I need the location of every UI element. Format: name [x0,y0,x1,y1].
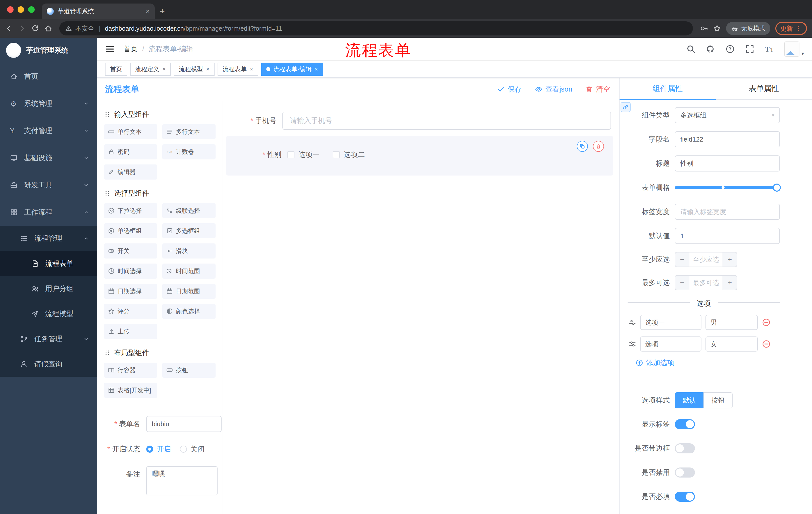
palette-item-rate[interactable]: 评分 [104,304,157,319]
checkbox-icon[interactable] [287,151,294,158]
save-button[interactable]: 保存 [497,84,522,94]
palette-item-multi-text[interactable]: 多行文本 [162,124,215,139]
increase-button[interactable]: + [723,252,737,267]
browser-menu-icon[interactable]: ⋮ [795,24,802,33]
drag-handle-icon[interactable] [629,319,636,326]
home-nav-icon[interactable] [44,24,52,32]
toggle-switch-disabled[interactable] [675,467,695,478]
style-default-button[interactable]: 默认 [675,392,703,408]
maximize-window-button[interactable] [28,6,35,13]
sidebar-item-system-mgmt[interactable]: ⚙系统管理 [0,90,97,117]
checkbox-icon[interactable] [332,151,340,158]
option-label-input[interactable] [640,315,701,330]
palette-item-cascader[interactable]: 级联选择 [162,203,215,218]
style-button-button[interactable]: 按钮 [703,392,733,408]
sidebar-item-home[interactable]: 首页 [0,63,97,90]
field-name-input[interactable] [675,131,780,147]
radio-icon[interactable] [180,445,187,453]
sidebar-item-process-form[interactable]: 流程表单 [0,251,97,276]
toggle-switch-border[interactable] [675,443,695,453]
bookmark-star-icon[interactable] [713,24,721,32]
font-size-icon[interactable]: TT [765,45,774,54]
copy-widget-button[interactable] [577,141,588,152]
form-grid-slider[interactable] [675,180,780,196]
tag-process-model[interactable]: 流程模型× [174,63,214,76]
delete-widget-button[interactable] [593,141,604,152]
window-controls[interactable] [0,6,42,13]
form-name-input[interactable] [146,416,222,432]
option-value-input[interactable] [705,336,758,352]
breadcrumb-home[interactable]: 首页 [124,44,138,54]
palette-item-time-picker[interactable]: 时间选择 [104,264,157,279]
palette-item-checkbox-group[interactable]: 多选框组 [162,223,215,238]
drag-handle-icon[interactable] [629,340,636,348]
radio-icon[interactable] [146,445,153,453]
label-width-input[interactable] [675,204,780,220]
new-tab-button[interactable]: + [160,6,165,16]
form-canvas[interactable]: 手机号 请输入手机号 性别 选项一 [223,101,619,514]
browser-update-button[interactable]: 更新 ⋮ [775,22,807,35]
tag-home[interactable]: 首页 [105,63,127,76]
palette-item-slider[interactable]: 滑块 [162,243,215,259]
option-label-input[interactable] [640,336,701,352]
sidebar-item-payment-mgmt[interactable]: ¥支付管理 [0,117,97,144]
palette-item-date-range[interactable]: 日期范围 [162,283,215,299]
palette-item-select[interactable]: 下拉选择 [104,203,157,218]
decrease-button[interactable]: − [675,252,689,267]
palette-item-counter[interactable]: 123计数器 [162,144,215,159]
reload-icon[interactable] [31,24,39,32]
palette-item-row-container[interactable]: 行容器 [104,362,157,378]
status-on-radio[interactable]: 开启 [146,444,171,454]
help-icon[interactable] [726,45,735,54]
forward-icon[interactable] [18,24,26,32]
palette-item-color-picker[interactable]: 颜色选择 [162,304,215,319]
remove-option-icon[interactable] [762,340,771,349]
view-json-button[interactable]: 查看json [535,84,572,94]
close-tag-icon[interactable]: × [206,65,209,73]
palette-item-radio-group[interactable]: 单选框组 [104,223,157,238]
toggle-switch-show-label[interactable] [675,419,695,429]
palette-item-table[interactable]: 表格[开发中] [104,383,157,398]
hamburger-icon[interactable] [105,44,115,54]
sidebar-item-process-mgmt[interactable]: 流程管理 [0,226,97,251]
close-tag-icon[interactable]: × [162,65,166,73]
sidebar-item-workflow[interactable]: 工作流程 [0,199,97,226]
palette-item-upload[interactable]: 上传 [104,324,157,339]
close-tag-icon[interactable]: × [315,65,318,73]
decrease-button[interactable]: − [675,275,689,290]
palette-item-button[interactable]: 按钮 [162,362,215,378]
url-bar[interactable]: 不安全 | dashboard.yudao.iocoder.cn/bpm/man… [59,21,693,35]
min-select-input[interactable] [689,252,723,267]
password-key-icon[interactable] [700,24,708,32]
browser-tab[interactable]: 芋道管理系统 × [42,3,155,19]
checkbox-option-1[interactable]: 选项一 [287,150,320,159]
remove-option-icon[interactable] [762,318,771,327]
link-icon[interactable] [620,102,631,112]
tab-component-props[interactable]: 组件属性 [619,78,716,99]
tag-process-form[interactable]: 流程表单× [218,63,258,76]
component-type-select[interactable]: 多选框组 ▾ [675,107,780,123]
tag-process-form-edit[interactable]: 流程表单-编辑× [261,63,323,76]
palette-item-date-picker[interactable]: 日期选择 [104,283,157,299]
github-icon[interactable] [706,45,715,54]
sidebar-item-leave-query[interactable]: 请假查询 [0,352,97,377]
tag-process-definition[interactable]: 流程定义× [130,63,171,76]
minimize-window-button[interactable] [18,6,24,13]
sidebar-item-infrastructure[interactable]: 基础设施 [0,144,97,171]
search-icon[interactable] [686,45,695,54]
clear-button[interactable]: 清空 [585,84,610,94]
form-widget-gender[interactable]: 性别 选项一 选项二 [226,136,613,175]
sidebar-item-process-model[interactable]: 流程模型 [0,301,97,326]
increase-button[interactable]: + [723,275,737,290]
back-icon[interactable] [5,24,13,32]
palette-item-time-range[interactable]: 时间范围 [162,264,215,279]
checkbox-option-2[interactable]: 选项二 [332,150,365,159]
palette-item-editor[interactable]: 编辑器 [104,164,157,180]
default-value-input[interactable] [675,228,780,244]
slider-handle[interactable] [773,184,781,192]
title-input[interactable] [675,155,780,171]
close-tab-icon[interactable]: × [146,7,150,15]
sidebar-item-dev-tools[interactable]: 研发工具 [0,171,97,199]
form-widget-phone[interactable]: 手机号 请输入手机号 [226,111,613,131]
tab-form-props[interactable]: 表单属性 [716,78,812,99]
